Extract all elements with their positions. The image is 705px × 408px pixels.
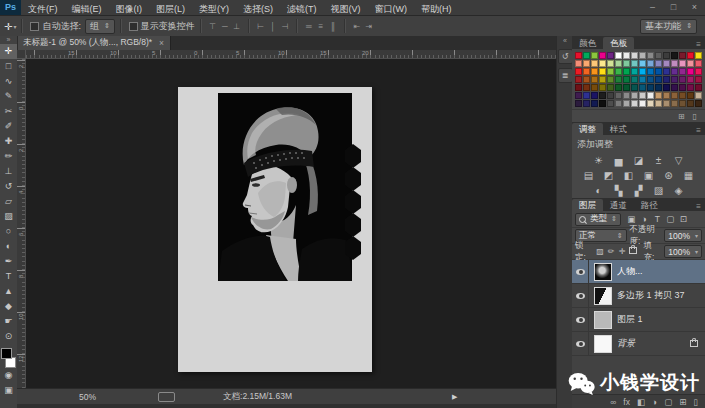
filter-type-dropdown[interactable]: 类型 ⇕ <box>575 213 621 226</box>
swatch-cell[interactable] <box>599 100 606 107</box>
swatch-cell[interactable] <box>583 92 590 99</box>
swatch-cell[interactable] <box>631 68 638 75</box>
swatch-cell[interactable] <box>639 60 646 67</box>
lock-all-icon[interactable] <box>629 247 637 254</box>
swatch-cell[interactable] <box>695 60 702 67</box>
swatch-cell[interactable] <box>615 52 622 59</box>
menu-item-2[interactable]: 图像(I) <box>109 4 150 14</box>
swatch-cell[interactable] <box>623 92 630 99</box>
swatch-cell[interactable] <box>591 60 598 67</box>
distribute-top-edges-icon[interactable]: ═ <box>303 22 315 31</box>
swatch-cell[interactable] <box>647 60 654 67</box>
swatch-cell[interactable] <box>607 100 614 107</box>
menu-item-4[interactable]: 类型(Y) <box>192 4 236 14</box>
status-expander-icon[interactable]: ▶ <box>452 393 457 401</box>
menu-item-6[interactable]: 滤镜(T) <box>280 4 324 14</box>
swatch-cell[interactable] <box>615 76 622 83</box>
selective-color-icon[interactable]: ◈ <box>672 185 685 196</box>
swatch-cell[interactable] <box>615 92 622 99</box>
layer-row[interactable]: 多边形 1 拷贝 37 <box>572 284 705 308</box>
menu-item-1[interactable]: 编辑(E) <box>65 4 109 14</box>
distribute-vertical-centers-icon[interactable]: ≡ <box>315 22 327 31</box>
swatch-cell[interactable] <box>695 100 702 107</box>
link-layers-icon[interactable]: ∞ <box>610 397 616 407</box>
swatch-cell[interactable] <box>695 68 702 75</box>
dock-expand-icon[interactable]: « <box>563 36 567 45</box>
path-selection-tool[interactable]: ▲ <box>0 284 17 299</box>
layer-row[interactable]: 背景 <box>572 332 705 356</box>
align-right-edges-icon[interactable]: ⊣ <box>279 22 291 31</box>
swatch-cell[interactable] <box>639 84 646 91</box>
photo-filter-icon[interactable]: ▣ <box>642 170 655 181</box>
color-balance-icon[interactable]: ◩ <box>602 170 615 181</box>
swatch-cell[interactable] <box>663 68 670 75</box>
posterize-icon[interactable]: ▚ <box>612 185 625 196</box>
swatch-cell[interactable] <box>647 92 654 99</box>
swatch-cell[interactable] <box>663 76 670 83</box>
swatch-cell[interactable] <box>647 100 654 107</box>
swatch-cell[interactable] <box>671 68 678 75</box>
swatch-cell[interactable] <box>631 52 638 59</box>
shape-tool[interactable]: ◆ <box>0 299 17 314</box>
swatch-cell[interactable] <box>679 60 686 67</box>
swatch-cell[interactable] <box>623 52 630 59</box>
swatch-cell[interactable] <box>599 76 606 83</box>
swatch-cell[interactable] <box>695 92 702 99</box>
hand-tool[interactable]: ☛ <box>0 314 17 329</box>
swatch-cell[interactable] <box>639 100 646 107</box>
swatch-cell[interactable] <box>647 76 654 83</box>
swatch-cell[interactable] <box>623 76 630 83</box>
brush-tool[interactable]: ✏ <box>0 149 17 164</box>
swatch-cell[interactable] <box>679 68 686 75</box>
new-layer-icon[interactable]: ⊞ <box>679 397 686 407</box>
swatch-cell[interactable] <box>663 100 670 107</box>
swatch-cell[interactable] <box>615 84 622 91</box>
menu-item-5[interactable]: 选择(S) <box>236 4 280 14</box>
smart-object-filter-icon[interactable]: ⊡ <box>678 214 689 224</box>
swatch-cell[interactable] <box>599 68 606 75</box>
color-lookup-icon[interactable]: ▦ <box>682 170 695 181</box>
blur-tool[interactable]: ○ <box>0 224 17 239</box>
swatch-cell[interactable] <box>679 100 686 107</box>
black-white-icon[interactable]: ◧ <box>622 170 635 181</box>
opacity-field[interactable]: 100% ▾ <box>664 229 702 242</box>
swatch-cell[interactable] <box>631 76 638 83</box>
swatch-cell[interactable] <box>583 60 590 67</box>
align-horizontal-centers-icon[interactable]: │ <box>267 22 279 31</box>
eye-icon[interactable] <box>576 341 585 347</box>
layers-tab-路径[interactable]: 路径 <box>634 199 665 211</box>
swatch-cell[interactable] <box>695 52 702 59</box>
swatch-cell[interactable] <box>663 84 670 91</box>
auto-align-layers-icon[interactable]: ⇤ <box>351 22 363 31</box>
toggle-3d-icon[interactable]: ⇥ <box>363 22 375 31</box>
swatch-cell[interactable] <box>671 92 678 99</box>
screen-mode-icon[interactable]: ▣ <box>0 383 17 398</box>
swatch-cell[interactable] <box>671 76 678 83</box>
swatch-cell[interactable] <box>663 60 670 67</box>
swatch-cell[interactable] <box>591 84 598 91</box>
maximize-button[interactable]: □ <box>663 0 684 15</box>
channel-mixer-icon[interactable]: ⊛ <box>662 170 675 181</box>
levels-icon[interactable]: ▅ <box>612 155 625 166</box>
quick-selection-tool[interactable]: ✎ <box>0 89 17 104</box>
layer-row[interactable]: 图层 1 <box>572 308 705 332</box>
zoom-level-field[interactable]: 50% <box>79 392 96 402</box>
swatch-cell[interactable] <box>639 92 646 99</box>
swatch-cell[interactable] <box>623 84 630 91</box>
eye-icon[interactable] <box>576 269 585 275</box>
new-swatch-icon[interactable]: ⊞ <box>678 112 685 121</box>
layer-thumbnail[interactable] <box>594 287 612 305</box>
pixel-filter-icon[interactable]: ▣ <box>626 214 637 224</box>
swatch-cell[interactable] <box>687 60 694 67</box>
swatch-cell[interactable] <box>607 92 614 99</box>
document-page[interactable] <box>178 87 372 372</box>
eraser-tool[interactable]: ▱ <box>0 194 17 209</box>
swatches-tab-颜色[interactable]: 颜色 <box>572 37 603 49</box>
adjustment-layer-icon[interactable]: ◑ <box>652 397 657 407</box>
swatch-cell[interactable] <box>599 60 606 67</box>
invert-icon[interactable]: ◐ <box>592 185 605 196</box>
close-button[interactable]: × <box>684 0 705 15</box>
auto-select-checkbox[interactable] <box>30 22 39 31</box>
swatch-cell[interactable] <box>575 52 582 59</box>
swatch-cell[interactable] <box>575 76 582 83</box>
